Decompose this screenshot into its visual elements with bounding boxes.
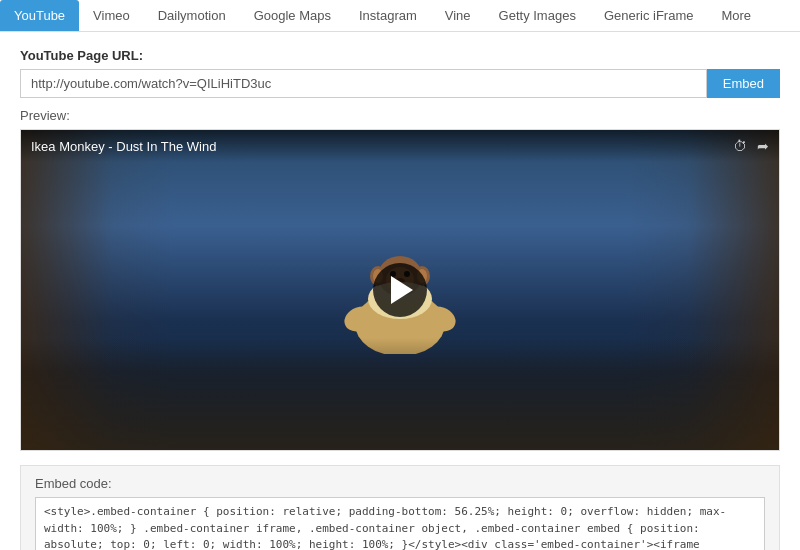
play-button[interactable] — [373, 263, 427, 317]
tab-dailymotion[interactable]: Dailymotion — [144, 0, 240, 31]
video-inner: Ikea Monkey - Dust In The Wind ⏱ ➦ — [21, 130, 779, 450]
video-title-icons: ⏱ ➦ — [733, 138, 769, 154]
embed-section: Embed code: — [20, 465, 780, 550]
page-wrapper: YouTube Vimeo Dailymotion Google Maps In… — [0, 0, 800, 550]
tab-google-maps[interactable]: Google Maps — [240, 0, 345, 31]
tab-vine[interactable]: Vine — [431, 0, 485, 31]
preview-label: Preview: — [20, 108, 780, 123]
video-preview: Ikea Monkey - Dust In The Wind ⏱ ➦ — [20, 129, 780, 451]
tab-getty-images[interactable]: Getty Images — [485, 0, 590, 31]
video-title-bar: Ikea Monkey - Dust In The Wind ⏱ ➦ — [21, 130, 779, 162]
tab-more[interactable]: More — [707, 0, 765, 31]
url-row: Embed — [20, 69, 780, 98]
url-input[interactable] — [20, 69, 707, 98]
main-content: YouTube Page URL: Embed Preview: — [0, 32, 800, 550]
tab-youtube[interactable]: YouTube — [0, 0, 79, 31]
tab-bar: YouTube Vimeo Dailymotion Google Maps In… — [0, 0, 800, 32]
embed-button[interactable]: Embed — [707, 69, 780, 98]
clock-icon[interactable]: ⏱ — [733, 138, 747, 154]
embed-code-label: Embed code: — [35, 476, 765, 491]
play-triangle-icon — [391, 276, 413, 304]
url-label: YouTube Page URL: — [20, 48, 780, 63]
scene-bottom — [21, 338, 779, 450]
video-title: Ikea Monkey - Dust In The Wind — [31, 139, 216, 154]
tab-instagram[interactable]: Instagram — [345, 0, 431, 31]
tab-generic-iframe[interactable]: Generic iFrame — [590, 0, 708, 31]
embed-code-textarea[interactable] — [35, 497, 765, 550]
tab-vimeo[interactable]: Vimeo — [79, 0, 144, 31]
share-icon[interactable]: ➦ — [757, 138, 769, 154]
